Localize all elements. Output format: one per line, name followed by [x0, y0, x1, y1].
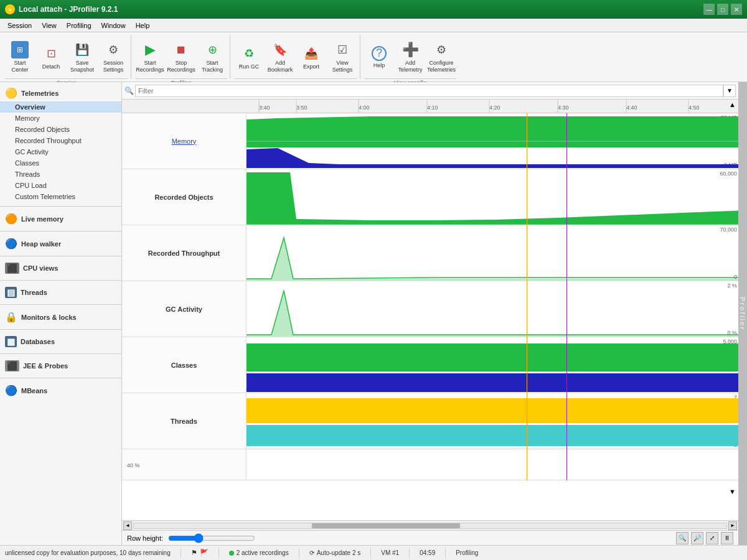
menu-session[interactable]: Session: [2, 21, 37, 30]
autoupdate-status: ⟳ Auto-update 2 s: [309, 549, 361, 556]
minimize-button[interactable]: —: [703, 4, 715, 15]
memory-link[interactable]: Memory: [172, 138, 197, 145]
classes-canvas: 5,000 0: [247, 337, 738, 393]
statusbar: unlicensed copy for evaluation purposes,…: [0, 545, 747, 560]
close-button[interactable]: ✕: [731, 4, 742, 15]
monitors-header[interactable]: 🔒 Monitors & locks: [0, 309, 121, 325]
stop-recordings-button[interactable]: ⏹ StopRecordings: [166, 36, 196, 78]
divider-7: [0, 353, 121, 354]
run-gc-button[interactable]: ♻ Run GC: [234, 36, 264, 78]
cpu-views-header[interactable]: ⬛ CPU views: [0, 260, 121, 276]
sidebar-item-memory[interactable]: Memory: [0, 113, 121, 124]
heap-walker-icon: 🔵: [5, 238, 17, 250]
databases-header[interactable]: ▦ Databases: [0, 334, 121, 350]
add-bookmark-button[interactable]: 🔖 AddBookmark: [265, 36, 295, 78]
configure-telemetries-icon: ⚙: [433, 41, 450, 58]
menu-window[interactable]: Window: [96, 21, 131, 30]
svg-marker-9: [247, 148, 738, 168]
scroll-left-arrow[interactable]: ◄: [123, 521, 132, 530]
zoom-out-button[interactable]: 🔎: [691, 532, 703, 544]
main-layout: 🟡 Telemetries Overview Memory Recorded O…: [0, 82, 747, 545]
export-button[interactable]: 📤 Export: [296, 36, 326, 78]
timeline-scroll[interactable]: 3:40 3:50 4:00 4:10 4:20 4:30 4:40 4:50: [122, 100, 738, 520]
scroll-down-arrow[interactable]: ▼: [729, 488, 736, 495]
svg-marker-13: [247, 172, 738, 225]
svg-marker-23: [247, 425, 738, 446]
profiling-status: Profiling: [456, 549, 478, 556]
timeline-area: ▲ 3:40 3:50 4:00 4:10 4:20 4:30 4:40 4:5…: [122, 100, 738, 520]
stop-recordings-label: StopRecordings: [167, 60, 195, 73]
content-area: 🔍 ▼ ▲ 3:40 3:50 4:00 4:10 4:20 4:30 4:40…: [122, 82, 738, 545]
configure-telemetries-button[interactable]: ⚙ ConfigureTelemetries: [426, 36, 456, 78]
filter-input[interactable]: [135, 85, 723, 97]
add-bookmark-label: AddBookmark: [268, 60, 293, 73]
row-height-slider[interactable]: [168, 533, 255, 543]
detach-icon: ⊡: [42, 45, 60, 62]
collapse-button[interactable]: ⏸: [721, 532, 733, 544]
cpu-views-label: CPU views: [23, 264, 58, 272]
scroll-track[interactable]: [133, 523, 727, 529]
window-controls[interactable]: — □ ✕: [703, 4, 742, 15]
scroll-thumb[interactable]: [312, 523, 460, 528]
divider-1: [0, 206, 121, 207]
start-tracking-label: StartTracking: [202, 60, 223, 73]
sidebar-item-gc-activity[interactable]: GC Activity: [0, 146, 121, 157]
threads-label: Threads: [21, 289, 47, 296]
scroll-right-arrow[interactable]: ►: [728, 521, 737, 530]
menu-profiling[interactable]: Profiling: [62, 21, 96, 30]
menubar: Session View Profiling Window Help: [0, 19, 747, 32]
mbeans-icon: 🔵: [5, 385, 17, 396]
configure-telemetries-label: ConfigureTelemetries: [427, 60, 456, 73]
mbeans-header[interactable]: 🔵 MBeans: [0, 382, 121, 399]
detach-button[interactable]: ⊡ Detach: [36, 36, 66, 78]
cpu-views-icon: ⬛: [5, 263, 19, 274]
view-settings-button[interactable]: ☑ ViewSettings: [327, 36, 357, 78]
save-snapshot-button[interactable]: 💾 SaveSnapshot: [67, 36, 97, 78]
detach-label: Detach: [42, 63, 60, 70]
threads-canvas: 7 0: [247, 393, 738, 449]
menu-help[interactable]: Help: [131, 21, 155, 30]
sidebar: 🟡 Telemetries Overview Memory Recorded O…: [0, 82, 122, 545]
telemetries-header[interactable]: 🟡 Telemetries: [0, 85, 121, 101]
live-memory-header[interactable]: 🟠 Live memory: [0, 210, 121, 227]
threads-header[interactable]: ▤ Threads: [0, 284, 121, 301]
svg-marker-17: [247, 291, 738, 337]
expand-button[interactable]: ⤢: [706, 532, 718, 544]
divider-4: [0, 280, 121, 281]
sidebar-item-recorded-throughput[interactable]: Recorded Throughput: [0, 135, 121, 146]
live-memory-section: 🟠 Live memory: [0, 208, 121, 230]
monitors-label: Monitors & locks: [21, 314, 77, 321]
heap-walker-header[interactable]: 🔵 Heap walker: [0, 235, 121, 252]
filter-dropdown[interactable]: ▼: [723, 85, 736, 97]
zoom-in-button[interactable]: 🔍: [676, 532, 688, 544]
scroll-up-arrow[interactable]: ▲: [729, 101, 736, 108]
memory-chart-svg: [247, 113, 738, 169]
start-tracking-button[interactable]: ⊕ StartTracking: [197, 36, 227, 78]
help-button[interactable]: ? Help: [364, 36, 394, 78]
stop-recordings-icon: ⏹: [172, 41, 190, 58]
mbeans-label: MBeans: [21, 387, 47, 394]
sidebar-item-cpu-load[interactable]: CPU Load: [0, 180, 121, 191]
status-sep-2: [218, 548, 219, 558]
recordings-text: 2 active recordings: [237, 549, 289, 556]
jee-header[interactable]: ⬛ JEE & Probes: [0, 358, 121, 374]
add-telemetry-button[interactable]: ➕ AddTelemetry: [395, 36, 425, 78]
telemetries-icon: 🟡: [5, 87, 17, 99]
session-settings-button[interactable]: ⚙ SessionSettings: [98, 36, 128, 78]
threads-text: Threads: [171, 418, 197, 425]
start-recordings-button[interactable]: ▶ StartRecordings: [135, 36, 165, 78]
app-icon: ●: [5, 4, 15, 14]
autoupdate-icon: ⟳: [309, 549, 314, 556]
sidebar-item-classes[interactable]: Classes: [0, 157, 121, 169]
divider-3: [0, 256, 121, 256]
start-center-button[interactable]: ⊞ StartCenter: [5, 36, 35, 78]
horizontal-scrollbar[interactable]: ◄ ►: [122, 520, 738, 530]
menu-view[interactable]: View: [37, 21, 62, 30]
memory-label-col: Memory: [122, 113, 247, 169]
maximize-button[interactable]: □: [717, 4, 728, 15]
sidebar-item-overview[interactable]: Overview: [0, 101, 121, 113]
sidebar-item-threads[interactable]: Threads: [0, 169, 121, 180]
sidebar-item-recorded-objects[interactable]: Recorded Objects: [0, 124, 121, 135]
sidebar-item-custom-telemetries[interactable]: Custom Telemetries: [0, 191, 121, 202]
svg-marker-20: [247, 373, 738, 392]
